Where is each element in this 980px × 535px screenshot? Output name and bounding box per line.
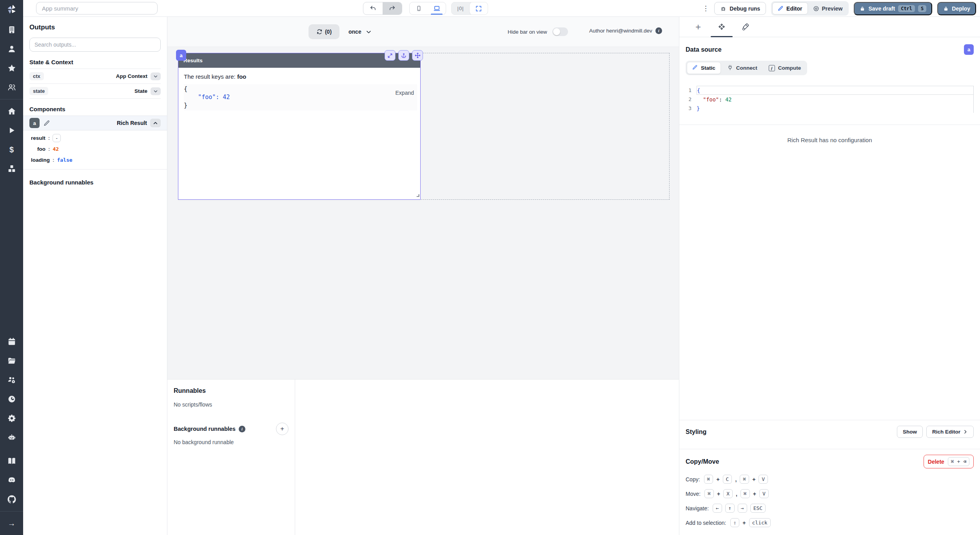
- mobile-view-button[interactable]: [410, 2, 428, 15]
- line-content: {: [697, 86, 974, 95]
- expand-context-button[interactable]: [151, 87, 161, 95]
- shortcut-label: Add to selection:: [686, 520, 726, 526]
- result-json-block: { "foo": 42}: [184, 84, 417, 110]
- tree-row-foo[interactable]: foo:42: [31, 143, 161, 154]
- expand-component-button[interactable]: [385, 50, 396, 61]
- sidebar-ai-bot-icon[interactable]: [7, 432, 17, 443]
- rich-editor-button[interactable]: Rich Editor: [926, 426, 974, 438]
- run-mode-dropdown[interactable]: once: [348, 24, 372, 39]
- json-code-editor[interactable]: 1{2 "foo": 423}: [686, 86, 974, 113]
- sidebar-docs-book-icon[interactable]: [7, 456, 17, 466]
- component-badge: a: [176, 50, 186, 61]
- sidebar-discord-discord-icon[interactable]: [7, 475, 17, 485]
- background-runnables-label: Background runnables: [174, 426, 236, 432]
- canvas-grid[interactable]: a Results The result keys are:: [167, 47, 679, 379]
- hide-bar-toggle[interactable]: [552, 27, 568, 36]
- sidebar-resources-boxes-icon[interactable]: [7, 164, 17, 174]
- sidebar-schedules-calendar-icon[interactable]: [7, 336, 17, 347]
- redo-button[interactable]: [383, 2, 402, 15]
- editor-line-2[interactable]: 2 "foo": 42: [686, 95, 974, 104]
- desktop-view-button[interactable]: [428, 2, 446, 15]
- app-summary-input[interactable]: [36, 2, 158, 14]
- info-icon[interactable]: i: [655, 27, 662, 34]
- tab-component-settings[interactable]: [710, 17, 733, 37]
- refresh-icon: [316, 29, 323, 35]
- collapse-node-button[interactable]: -: [53, 134, 61, 142]
- anchor-component-button[interactable]: [398, 50, 409, 61]
- editor-scrollbar[interactable]: [973, 86, 974, 113]
- author-info: Author henri@windmill.dev i: [589, 27, 662, 34]
- sidebar-folders-folder-icon[interactable]: [7, 356, 17, 366]
- search-outputs-input[interactable]: [29, 38, 161, 52]
- context-row-state[interactable]: stateState: [29, 83, 161, 98]
- fullscreen-icon: [475, 5, 482, 12]
- styling-show-button[interactable]: Show: [897, 426, 923, 438]
- save-draft-button[interactable]: Save draft Ctrl S: [854, 2, 932, 15]
- tab-editor[interactable]: Editor: [772, 2, 808, 14]
- reset-position-button[interactable]: |0|: [452, 2, 470, 15]
- sidebar-expand-sidebar-arrow-right-icon[interactable]: →: [7, 518, 17, 528]
- sidebar-user-user-icon[interactable]: [7, 44, 17, 54]
- result-card-header[interactable]: Results: [178, 53, 420, 68]
- sidebar-github-github-icon[interactable]: [7, 494, 17, 504]
- editor-line-1[interactable]: 1{: [686, 86, 974, 95]
- tree-row-result[interactable]: result:-: [31, 132, 161, 143]
- rail-group-0: [0, 18, 23, 99]
- resize-handle-icon[interactable]: [415, 192, 419, 199]
- sidebar-settings-gear-icon[interactable]: [7, 413, 17, 423]
- undo-icon: [370, 5, 376, 12]
- plus-icon: +: [695, 22, 701, 32]
- windmill-logo-icon[interactable]: [0, 0, 23, 18]
- sidebar-favorites-star-icon[interactable]: [7, 63, 17, 73]
- info-icon[interactable]: i: [239, 426, 245, 432]
- sidebar-workers-worker-group-icon[interactable]: [7, 375, 17, 385]
- rename-pencil-icon[interactable]: [44, 120, 50, 127]
- tree-row-loading[interactable]: loading:false: [31, 154, 161, 165]
- component-id-badge: a: [29, 118, 40, 128]
- kbd-key: ESC: [750, 504, 766, 513]
- sidebar-workspace-building-icon[interactable]: [7, 25, 17, 35]
- move-component-button[interactable]: [412, 50, 423, 61]
- undo-button[interactable]: [363, 2, 383, 15]
- component-row-a[interactable]: a Rich Result: [23, 116, 167, 130]
- expand-json-link[interactable]: Expand: [396, 90, 414, 96]
- sidebar-usage-dollar-icon[interactable]: $: [7, 145, 17, 155]
- context-type-label: App Context: [116, 73, 147, 79]
- more-menu-button[interactable]: ⋮: [702, 4, 709, 13]
- fit-view-button[interactable]: [470, 2, 488, 15]
- top-header-bar: |0| ⋮ Debug runs Editor Preview: [23, 0, 980, 17]
- expand-context-button[interactable]: [151, 72, 161, 80]
- tab-global-styling[interactable]: [733, 17, 757, 37]
- sidebar-audit-logs-eye-icon[interactable]: [7, 394, 17, 404]
- source-tab-static[interactable]: Static: [687, 62, 721, 74]
- source-tab-connect[interactable]: Connect: [722, 62, 762, 74]
- delete-component-button[interactable]: Delete ⌘ + ⌫: [924, 455, 974, 468]
- kbd-key: ⌘: [740, 475, 749, 484]
- sidebar-runs-play-icon[interactable]: [7, 125, 17, 136]
- sidebar-home-home-icon[interactable]: [7, 106, 17, 116]
- debug-runs-button[interactable]: Debug runs: [714, 2, 766, 15]
- tab-insert-component[interactable]: +: [686, 17, 710, 37]
- sidebar-groups-users-icon[interactable]: [7, 82, 17, 92]
- source-tab-compute[interactable]: ƒCompute: [764, 62, 806, 74]
- rail-group-3: [0, 449, 23, 511]
- shortcut-row: Navigate:←↑→ESC: [686, 504, 974, 513]
- deploy-button[interactable]: Deploy: [937, 2, 976, 15]
- context-row-ctx[interactable]: ctxApp Context: [29, 69, 161, 83]
- background-runnables-row: Background runnables i +: [174, 423, 289, 435]
- mobile-icon: [416, 5, 422, 11]
- editor-line-3[interactable]: 3}: [686, 104, 974, 113]
- components-icon: [718, 23, 726, 31]
- data-source-mode-tabs: StaticConnectƒCompute: [686, 61, 807, 75]
- tab-preview[interactable]: Preview: [808, 2, 848, 14]
- rich-result-component[interactable]: a Results The result keys are:: [178, 53, 421, 200]
- kbd-key: ←: [713, 504, 722, 513]
- add-background-runnable-button[interactable]: +: [276, 423, 289, 435]
- kbd-key: ↑: [725, 504, 735, 513]
- tree-value: 42: [53, 146, 59, 152]
- state-context-rows: ctxApp ContextstateState: [29, 69, 161, 99]
- state-context-title: State & Context: [29, 59, 161, 65]
- collapse-component-button[interactable]: [150, 119, 161, 127]
- plug-icon: [727, 65, 733, 72]
- refresh-count-button[interactable]: (0): [309, 24, 339, 39]
